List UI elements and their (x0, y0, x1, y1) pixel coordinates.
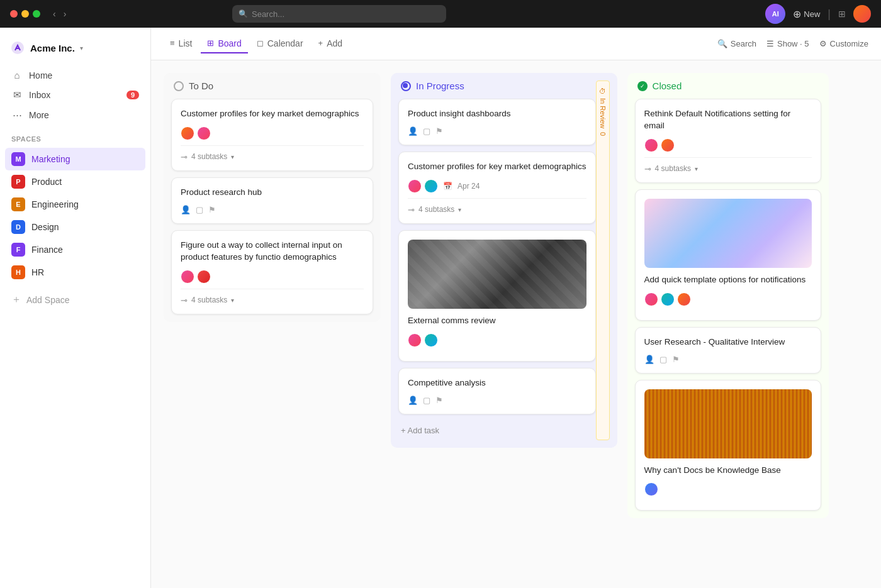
space-label-finance: Finance (31, 245, 63, 255)
column-closed-header: ✓ Closed (635, 80, 821, 99)
tab-add[interactable]: + Add (312, 35, 349, 53)
tab-add-label: Add (327, 38, 342, 48)
subtasks-chevron-icon: ▾ (695, 165, 698, 172)
back-button[interactable]: ‹ (50, 8, 59, 20)
minimize-button[interactable] (21, 10, 29, 18)
avatar (424, 333, 438, 347)
flag-icon: ⚑ (672, 355, 680, 364)
spaces-section: Spaces M Marketing P Product E Engineeri… (0, 125, 150, 284)
assignee-icon: 👤 (644, 355, 654, 364)
avatar (644, 482, 658, 496)
avatar (677, 292, 691, 306)
space-dot-marketing: M (11, 152, 25, 166)
top-bar: ‹ › 🔍 Search... AI ⊕ New | ⊞ (0, 0, 881, 28)
customize-action[interactable]: ⚙ Customize (819, 39, 868, 48)
sidebar-item-hr[interactable]: H HR (5, 261, 145, 284)
add-space-button[interactable]: ＋ Add Space (5, 289, 145, 311)
subtasks-icon: ⊸ (181, 152, 188, 162)
card-title: Product insight dashboards (408, 108, 586, 120)
search-action[interactable]: 🔍 Search (717, 39, 756, 48)
inbox-badge: 9 (126, 91, 139, 99)
card-avatars (408, 179, 438, 193)
subtasks-chevron-icon: ▾ (231, 297, 234, 304)
tab-calendar-label: Calendar (267, 38, 303, 48)
show-action-icon: ☰ (766, 39, 774, 48)
card-image-wood (644, 389, 812, 458)
card-avatars (644, 482, 812, 496)
forward-button[interactable]: › (61, 8, 69, 20)
card-product-research-hub: Product research hub 👤 ▢ ⚑ (171, 177, 373, 224)
card-user-research: User Research - Qualitative Interview 👤 … (635, 327, 821, 374)
subtasks-count: 4 subtasks (655, 164, 691, 173)
show-action[interactable]: ☰ Show · 5 (766, 39, 809, 48)
sidebar-item-marketing[interactable]: M Marketing (5, 148, 145, 170)
sidebar-item-label: Home (29, 70, 52, 80)
subtasks-icon: ⊸ (181, 296, 188, 305)
in-review-label[interactable]: ⏱ In Review 0 (596, 80, 610, 440)
customize-action-icon: ⚙ (819, 39, 827, 48)
card-subtasks[interactable]: ⊸ 4 subtasks ▾ (181, 145, 364, 162)
card-avatars (181, 126, 364, 140)
card-subtasks[interactable]: ⊸ 4 subtasks ▾ (644, 157, 812, 174)
space-label-marketing: Marketing (31, 154, 70, 164)
ai-button[interactable]: AI (765, 4, 785, 24)
close-button[interactable] (10, 10, 18, 18)
avatar (644, 138, 658, 152)
sidebar-item-finance[interactable]: F Finance (5, 238, 145, 261)
tab-calendar[interactable]: ◻ Calendar (250, 35, 310, 53)
subtasks-chevron-icon: ▾ (231, 153, 234, 160)
sidebar-item-home[interactable]: ⌂ Home (5, 65, 145, 85)
calendar-icon: 📅 (443, 182, 452, 191)
todo-status-icon (174, 81, 184, 91)
space-dot-finance: F (11, 243, 25, 257)
subtasks-count: 4 subtasks (191, 296, 227, 304)
user-avatar[interactable] (853, 5, 871, 23)
sidebar-item-inbox[interactable]: ✉ Inbox 9 (5, 85, 145, 105)
column-closed-title: Closed (653, 80, 682, 91)
space-label-hr: HR (31, 267, 44, 277)
maximize-button[interactable] (33, 10, 40, 18)
home-icon: ⌂ (11, 70, 23, 80)
card-subtasks[interactable]: ⊸ 4 subtasks ▾ (181, 289, 364, 305)
column-inprogress-title: In Progress (416, 80, 464, 91)
main-layout: Acme Inc. ▾ ⌂ Home ✉ Inbox 9 ⋯ More Spac… (0, 28, 881, 588)
sidebar-item-design[interactable]: D Design (5, 216, 145, 238)
column-closed: ✓ Closed Rethink Default Notifications s… (627, 73, 829, 518)
avatar (197, 270, 211, 284)
card-subtasks[interactable]: ⊸ 4 subtasks ▾ (408, 198, 586, 214)
date-icon: ▢ (196, 205, 203, 214)
avatar (408, 333, 422, 347)
subtasks-count: 4 subtasks (418, 205, 454, 214)
workspace-name: Acme Inc. (30, 43, 75, 53)
sidebar-item-engineering[interactable]: E Engineering (5, 193, 145, 216)
sidebar-item-product[interactable]: P Product (5, 170, 145, 193)
card-title: Customer profiles for key market demogra… (181, 108, 364, 120)
subtasks-chevron-icon: ▾ (458, 206, 461, 213)
card-image-watercolor (644, 199, 812, 268)
card-title: User Research - Qualitative Interview (644, 336, 812, 348)
card-avatars (181, 270, 364, 284)
workspace-header[interactable]: Acme Inc. ▾ (0, 35, 150, 65)
sidebar-item-more[interactable]: ⋯ More (5, 105, 145, 125)
tab-list[interactable]: ≡ List (164, 35, 198, 53)
content-area: ≡ List ⊞ Board ◻ Calendar + Add 🔍 (151, 28, 881, 588)
todo-cards: Customer profiles for key market demogra… (171, 99, 373, 314)
subtasks-count: 4 subtasks (191, 152, 227, 161)
more-icon: ⋯ (11, 109, 23, 121)
column-inprogress-wrapper: In Progress Product insight dashboards 👤… (391, 73, 617, 448)
tab-board[interactable]: ⊞ Board (201, 35, 247, 53)
acme-logo (10, 40, 25, 55)
add-task-button[interactable]: + Add task (398, 421, 596, 440)
tab-list-label: List (179, 38, 193, 48)
space-dot-product: P (11, 175, 25, 189)
card-meta: 👤 ▢ ⚑ (408, 396, 586, 405)
sub-nav-actions: 🔍 Search ☰ Show · 5 ⚙ Customize (717, 39, 868, 48)
assignee-icon: 👤 (181, 205, 191, 214)
global-search-bar[interactable]: 🔍 Search... (232, 5, 446, 23)
new-button[interactable]: ⊕ New (793, 8, 820, 20)
space-label-engineering: Engineering (31, 199, 79, 209)
sidebar: Acme Inc. ▾ ⌂ Home ✉ Inbox 9 ⋯ More Spac… (0, 28, 151, 588)
card-date: Apr 24 (457, 182, 480, 191)
grid-icon[interactable]: ⊞ (838, 9, 846, 19)
card-meta: 👤 ▢ ⚑ (644, 355, 812, 364)
